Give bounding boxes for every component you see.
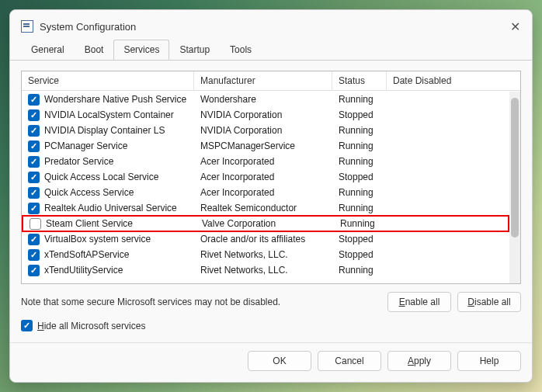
table-row[interactable]: xTendSoftAPServiceRivet Networks, LLC.St… [22,247,509,262]
service-name: Wondershare Native Push Service [44,94,186,105]
service-checkbox[interactable] [28,109,40,121]
col-manufacturer[interactable]: Manufacturer [194,71,332,90]
service-status: Running [332,203,387,213]
list-rows: Wondershare Native Push ServiceWondersha… [22,92,509,283]
service-status: Running [332,94,387,105]
col-service[interactable]: Service [22,71,194,90]
hide-microsoft-checkbox[interactable] [21,320,33,331]
apply-button[interactable]: Apply [387,351,451,371]
service-name: xTendSoftAPService [44,249,129,260]
service-checkbox[interactable] [28,234,40,245]
close-icon[interactable]: ✕ [509,20,521,33]
table-row[interactable]: Quick Access ServiceAcer IncorporatedRun… [22,185,509,200]
list-header: Service Manufacturer Status Date Disable… [22,71,520,91]
under-list-row: Note that some secure Microsoft services… [21,292,521,312]
service-manufacturer: Acer Incorporated [194,156,332,167]
service-name: Quick Access Local Service [44,172,158,182]
hide-microsoft-row: Hide all Microsoft services [21,320,521,331]
service-checkbox[interactable] [28,203,40,214]
tab-boot[interactable]: Boot [75,40,114,60]
ok-button[interactable]: OK [248,351,311,371]
service-name: Quick Access Service [44,187,134,198]
service-name: VirtualBox system service [44,234,151,245]
service-manufacturer: NVIDIA Corporation [194,109,332,120]
service-status: Stopped [332,109,387,120]
scrollbar[interactable] [509,92,520,283]
hide-microsoft-label: Hide all Microsoft services [37,321,145,331]
service-checkbox[interactable] [28,140,40,152]
service-status: Running [332,125,387,136]
note-text: Note that some secure Microsoft services… [21,297,381,307]
system-configuration-window: System Configuration ✕ GeneralBootServic… [9,9,533,383]
service-manufacturer: Realtek Semiconductor [194,203,332,213]
service-status: Running [332,265,387,276]
service-checkbox[interactable] [28,265,40,276]
disable-all-button[interactable]: Disable all [457,292,521,312]
tab-startup[interactable]: Startup [169,40,220,60]
service-manufacturer: MSPCManagerService [194,140,332,151]
service-manufacturer: Rivet Networks, LLC. [194,265,332,276]
service-manufacturer: Wondershare [194,94,332,105]
service-checkbox[interactable] [28,249,40,261]
service-status: Stopped [332,172,387,182]
app-icon [21,20,33,33]
service-status: Running [334,218,388,229]
dialog-footer: OK Cancel Apply Help [10,342,532,382]
table-row[interactable]: Steam Client ServiceValve CorporationRun… [22,215,509,232]
enable-all-button[interactable]: Enable all [387,292,451,312]
service-manufacturer: NVIDIA Corporation [194,125,332,136]
service-name: Steam Client Service [46,218,133,229]
dialog-body: Service Manufacturer Status Date Disable… [10,60,532,342]
service-manufacturer: Acer Incorporated [194,187,332,198]
service-manufacturer: Valve Corporation [196,218,334,229]
scroll-thumb[interactable] [511,98,519,238]
service-manufacturer: Oracle and/or its affiliates [194,234,332,245]
service-name: PCManager Service [44,140,127,151]
service-name: NVIDIA LocalSystem Container [44,109,174,120]
table-row[interactable]: NVIDIA LocalSystem ContainerNVIDIA Corpo… [22,107,509,123]
service-status: Stopped [332,249,387,260]
service-status: Running [332,140,387,151]
service-checkbox[interactable] [28,125,40,137]
table-row[interactable]: Wondershare Native Push ServiceWondersha… [22,92,509,107]
table-row[interactable]: PCManager ServiceMSPCManagerServiceRunni… [22,138,509,154]
tab-general[interactable]: General [21,40,75,60]
col-date-disabled[interactable]: Date Disabled [387,71,520,90]
service-manufacturer: Acer Incorporated [194,172,332,182]
service-name: Realtek Audio Universal Service [44,203,177,213]
table-row[interactable]: Realtek Audio Universal ServiceRealtek S… [22,200,509,216]
service-name: xTendUtilityService [44,265,123,276]
table-row[interactable]: NVIDIA Display Container LSNVIDIA Corpor… [22,123,509,138]
cancel-button[interactable]: Cancel [318,351,381,371]
service-name: Predator Service [44,156,113,167]
service-status: Running [332,156,387,167]
table-row[interactable]: xTendUtilityServiceRivet Networks, LLC.R… [22,262,509,278]
table-row[interactable]: Quick Access Local ServiceAcer Incorpora… [22,169,509,185]
tab-tools[interactable]: Tools [220,40,262,60]
service-status: Running [332,187,387,198]
table-row[interactable]: Predator ServiceAcer IncorporatedRunning [22,154,509,169]
titlebar: System Configuration ✕ [10,10,532,40]
services-list: Service Manufacturer Status Date Disable… [21,71,521,284]
tab-services[interactable]: Services [113,40,169,60]
table-row[interactable]: VirtualBox system serviceOracle and/or i… [22,231,509,247]
col-status[interactable]: Status [332,71,387,90]
service-checkbox[interactable] [28,94,40,106]
service-checkbox[interactable] [30,218,41,230]
service-status: Stopped [332,234,387,245]
service-name: NVIDIA Display Container LS [44,125,165,136]
tab-bar: GeneralBootServicesStartupTools [10,40,532,61]
service-checkbox[interactable] [28,187,40,199]
window-title: System Configuration [40,21,509,33]
service-manufacturer: Rivet Networks, LLC. [194,249,332,260]
service-checkbox[interactable] [28,156,40,168]
service-checkbox[interactable] [28,172,40,183]
help-button[interactable]: Help [457,351,521,371]
